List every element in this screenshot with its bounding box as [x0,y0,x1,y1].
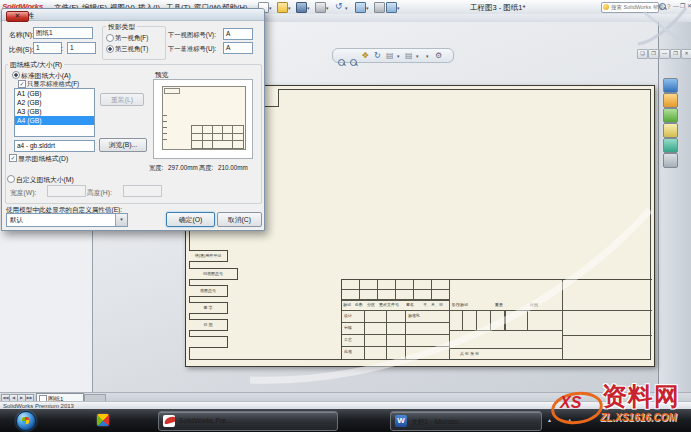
ghost-logo-watermark [634,4,690,52]
taskbar-solidworks-button[interactable]: SolidWorks Pre... [158,411,338,431]
appearances-icon[interactable] [663,138,678,153]
scale-colon: : [61,45,63,52]
display-style-dropdown-icon[interactable]: ▾ [416,53,419,59]
taskbar-word-label: 文档1 - Microso... [411,417,464,427]
dialog-title-bar[interactable]: 图纸属性 ✕ [2,9,264,21]
width-label: 宽度: [149,164,163,173]
taskbar-solidworks-label: SolidWorks Pre... [179,417,231,424]
next-view-input[interactable]: A [223,28,253,40]
height-label: 高度: [199,164,213,173]
show-format-checkbox[interactable]: ✓ [9,154,17,162]
solidworks-window: SolidWorks 文件(F) 编辑(E) 视图(V) 插入(I) 工具(T)… [0,0,691,432]
windows-taskbar: SolidWorks Pre... W 文档1 - Microso... ▴ ▪… [0,409,691,432]
size-option[interactable]: A2 (GB) [15,98,94,107]
width-value: 297.00mm [168,164,198,171]
options-dropdown-icon[interactable]: ▾ [397,5,400,11]
preview-corner-box [164,88,180,94]
only-standard-checkbox[interactable]: ✓ [18,80,26,88]
custom-width-input[interactable] [47,185,86,197]
select-dropdown-icon[interactable]: ▾ [366,5,369,11]
preview-sheet [162,86,246,150]
system-tray-icons[interactable]: ▴ ▪ ▪ [548,416,574,423]
dialog-close-icon[interactable]: ✕ [6,11,29,22]
custom-height-input[interactable] [123,185,162,197]
size-option[interactable]: A1 (GB) [15,89,94,98]
taskbar-app-icon[interactable] [97,414,109,426]
next-datum-input[interactable]: A [223,42,253,54]
custom-size-label: 自定义图纸大小(M) [16,175,74,185]
display-style-icon[interactable]: ▤ [405,51,413,60]
heads-up-toolbar: ✥ ↻ ▤ ▾ ▤ ▾ ▾ ⚙ [332,48,454,63]
taskbar-word-button[interactable]: W 文档1 - Microso... [390,411,542,431]
name-label: 名称(N): [9,30,34,40]
size-option[interactable]: A3 (GB) [15,107,94,116]
scale-numerator-input[interactable]: 1 [33,42,62,54]
format-file-input[interactable]: a4 - gb.slddrt [14,140,95,152]
view-palette-icon[interactable] [663,123,678,138]
custom-props-dropdown[interactable]: 默认 ▾ [6,213,128,227]
save-icon[interactable] [296,2,307,13]
task-pane [658,22,691,392]
next-view-label: 下一视图标号(V): [168,31,216,40]
format-preview [153,79,253,159]
first-angle-radio[interactable] [106,34,114,42]
options-gear-icon[interactable]: ⚙ [435,51,442,60]
rebuild-icon[interactable] [374,2,385,13]
show-format-label: 显示图纸格式(D) [18,154,68,164]
paper-size-listbox[interactable]: A1 (GB) A2 (GB) A3 (GB) A4 (GB) [14,88,95,137]
hide-show-dropdown-icon[interactable]: ▾ [397,53,400,59]
third-angle-radio[interactable] [106,45,114,53]
custom-height-label: 高度(H): [87,188,112,198]
document-title: 工程图3 - 图纸1* [470,3,525,13]
solidworks-taskbar-icon [163,415,175,427]
side-block: 旧底图总号 [189,268,238,280]
side-block: 借(通)用件登记 [189,250,228,262]
print-icon[interactable] [315,2,326,13]
start-button[interactable] [16,411,36,431]
file-explorer-icon[interactable] [663,108,678,123]
zoom-to-area-icon[interactable] [350,52,357,70]
save-dropdown-icon[interactable]: ▾ [307,5,310,11]
side-block: 签 字 [189,302,228,314]
print-dropdown-icon[interactable]: ▾ [326,5,329,11]
open-dropdown-icon[interactable]: ▾ [288,5,291,11]
undo-icon[interactable]: ↺ [335,1,343,11]
side-block: 底图总号 [189,285,228,297]
custom-properties-icon[interactable] [663,153,678,168]
next-datum-label: 下一基准标号(U): [168,45,216,54]
select-icon[interactable] [355,2,366,13]
options-toolbar-icon[interactable] [386,2,397,13]
word-taskbar-icon: W [395,415,407,427]
format-size-label: 图纸格式/大小(R) [8,60,64,70]
side-block [189,336,228,348]
open-icon[interactable] [277,2,288,13]
custom-size-radio[interactable] [7,175,15,183]
size-option-selected[interactable]: A4 (GB) [15,116,94,125]
rotate-view-icon[interactable]: ↻ [374,51,381,60]
resources-icon[interactable] [663,78,678,93]
browse-button[interactable]: 浏览(B)... [99,138,147,152]
ok-button[interactable]: 确定(O) [166,212,215,227]
height-value: 210.00mm [218,164,248,171]
new-dropdown-icon[interactable]: ▾ [269,5,272,11]
preview-title-block [191,125,244,149]
scale-denominator-input[interactable]: 1 [67,42,96,54]
windows-flag-icon [22,417,29,424]
combo-arrow-icon[interactable]: ▾ [115,214,127,226]
pan-icon[interactable]: ✥ [362,51,369,60]
viewport-swoosh-watermark [240,180,660,392]
third-angle-label: 第三视角(T) [115,45,148,54]
view-settings-dropdown-icon[interactable]: ▾ [426,53,429,59]
sheet-name-input[interactable]: 图纸1 [33,27,93,39]
zoom-fit-icon[interactable] [338,52,345,70]
scale-label: 比例(S): [9,45,34,55]
standard-size-radio[interactable] [12,71,20,79]
design-library-icon[interactable] [663,93,678,108]
side-block: 日 期 [189,319,228,331]
undo-dropdown-icon[interactable]: ▾ [345,5,348,11]
reload-button[interactable]: 重装(L) [100,93,144,106]
custom-props-value: 默认 [10,214,23,225]
first-angle-label: 第一视角(F) [115,34,148,43]
projection-group-label: 投影类型 [106,22,137,32]
hide-show-items-icon[interactable]: ▤ [386,51,394,60]
